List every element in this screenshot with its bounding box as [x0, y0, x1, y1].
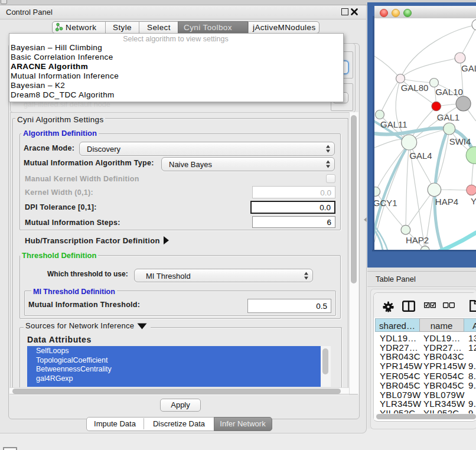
- svg-text:GAL4: GAL4: [409, 151, 432, 161]
- svg-text:HAP4: HAP4: [435, 197, 458, 207]
- svg-text:GAL1: GAL1: [437, 112, 459, 122]
- svg-text:GAL7: GAL7: [461, 63, 476, 73]
- svg-text:SWI4: SWI4: [449, 136, 471, 146]
- svg-text:YM: YM: [471, 196, 476, 206]
- svg-text:HAP2: HAP2: [406, 235, 429, 245]
- svg-text:GAL80: GAL80: [401, 83, 429, 93]
- svg-text:GCY1: GCY1: [374, 198, 397, 208]
- svg-text:GAL11: GAL11: [380, 119, 407, 129]
- svg-text:GAL10: GAL10: [435, 87, 463, 97]
